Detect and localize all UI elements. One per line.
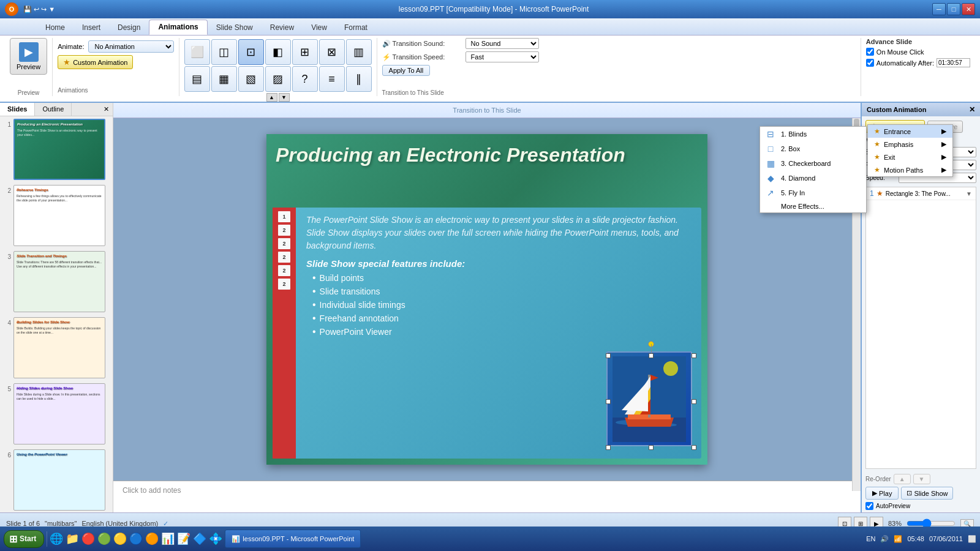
anim-list-item-1[interactable]: 1 ★ Rectangle 3: The Pow... ▼ <box>866 187 976 200</box>
folder-taskbar-icon[interactable]: 📁 <box>66 532 79 545</box>
minimize-button[interactable]: ─ <box>932 3 946 15</box>
trans-btn-11[interactable]: ▨ <box>265 66 291 92</box>
app4-taskbar-icon[interactable]: 🔵 <box>129 532 143 545</box>
tab-format[interactable]: Format <box>336 21 376 35</box>
reorder-down-button[interactable]: ▼ <box>913 474 930 484</box>
emphasis-star-icon: ★ <box>874 140 880 148</box>
trans-btn-7[interactable]: ▥ <box>346 39 372 65</box>
slide-thumb-1[interactable]: 1 Producing an Electronic Presentation T… <box>2 119 110 180</box>
ctx-item-diamond[interactable]: ◆ 4. Diamond <box>760 171 866 186</box>
sub-emphasis[interactable]: ★ Emphasis ▶ <box>868 138 952 151</box>
close-button[interactable]: ✕ <box>962 3 975 15</box>
custom-animation-button[interactable]: ★ Custom Animation <box>58 55 133 69</box>
reorder-up-button[interactable]: ▲ <box>894 474 911 484</box>
advance-slide-section: Advance Slide On Mouse Click Automatical… <box>861 38 975 96</box>
ctx-flyin-icon: ↗ <box>765 188 776 198</box>
trans-btn-10[interactable]: ▧ <box>238 66 264 92</box>
trans-btn-1[interactable]: ⬜ <box>184 39 210 65</box>
panel-close-icon[interactable]: ✕ <box>969 105 975 114</box>
start-button[interactable]: ⊞ Start <box>4 530 44 548</box>
animate-select[interactable]: No Animation <box>88 40 174 53</box>
app5-taskbar-icon[interactable]: 🟠 <box>145 532 159 545</box>
slide-content-area: 1 2 2 2 2 2 The PowerPoint Slide Show is… <box>273 208 701 459</box>
notes-area[interactable]: Click to add notes <box>113 481 861 512</box>
tab-outline[interactable]: Outline <box>35 103 72 116</box>
preview-button[interactable]: ▶ Preview <box>10 38 47 75</box>
trans-up-icon[interactable]: ▲ <box>266 93 277 102</box>
apply-to-all-button[interactable]: Apply To All <box>382 65 431 76</box>
powerpoint-taskbar-item[interactable]: 📊 lesson09.PPT - Microsoft PowerPoint <box>225 530 361 548</box>
trans-btn-4[interactable]: ◧ <box>265 39 291 65</box>
app7-taskbar-icon[interactable]: 📝 <box>177 532 190 545</box>
tab-animations[interactable]: Animations <box>149 20 207 35</box>
tab-view[interactable]: View <box>303 21 336 35</box>
ctx-item-box[interactable]: □ 2. Box <box>760 141 866 156</box>
sub-motion-paths[interactable]: ★ Motion Paths ▶ <box>868 163 952 176</box>
trans-btn-13[interactable]: ≡ <box>319 66 345 92</box>
maximize-button[interactable]: □ <box>947 3 960 15</box>
bullet-4: Freehand annotation <box>312 313 695 324</box>
slide-thumb-3[interactable]: 3 Slide Transition and Timings Slide Tra… <box>2 251 110 312</box>
slide-thumb-6[interactable]: 6 Using the PowerPoint Viewer <box>2 449 110 511</box>
on-mouse-click-checkbox[interactable] <box>866 48 874 56</box>
context-menu: ⊟ 1. Blinds □ 2. Box ▦ 3. Checkerboard ◆… <box>760 126 867 213</box>
auto-after-checkbox[interactable] <box>866 59 874 67</box>
slide-canvas-wrapper: Producing an Electronic Presentation 1 2… <box>113 118 861 481</box>
tab-slides[interactable]: Slides <box>0 103 35 116</box>
slide-canvas[interactable]: Producing an Electronic Presentation 1 2… <box>266 134 707 465</box>
trans-btn-6[interactable]: ⊠ <box>319 39 345 65</box>
ctx-more-label: More Effects... <box>781 203 861 210</box>
trans-btn-2[interactable]: ◫ <box>211 39 237 65</box>
show-desktop-icon[interactable]: ⬜ <box>968 535 976 543</box>
tab-review[interactable]: Review <box>262 21 303 35</box>
autopreview-checkbox[interactable] <box>865 502 873 510</box>
tab-insert[interactable]: Insert <box>74 21 109 35</box>
ctx-item-blinds[interactable]: ⊟ 1. Blinds <box>760 127 866 141</box>
app6-taskbar-icon[interactable]: 📊 <box>161 532 175 545</box>
play-button[interactable]: ▶ Play <box>865 487 899 500</box>
slide-4-mini-title: Building Slides for Slide Show <box>14 318 105 325</box>
transition-speed-select[interactable]: Fast Medium Slow <box>466 51 539 62</box>
trans-btn-5[interactable]: ⊞ <box>292 39 318 65</box>
app3-taskbar-icon[interactable]: 🟡 <box>113 532 127 545</box>
tab-slideshow[interactable]: Slide Show <box>208 21 262 35</box>
trans-btn-3[interactable]: ⊡ <box>238 39 264 65</box>
play-icon: ▶ <box>872 489 877 497</box>
slide-thumb-2[interactable]: 2 Rehearse Timings Rehearsing a few thin… <box>2 185 110 246</box>
handle-tr <box>692 353 696 358</box>
anim-expand-icon[interactable]: ▼ <box>966 190 972 197</box>
app1-taskbar-icon[interactable]: 🔴 <box>81 532 95 545</box>
sub-exit[interactable]: ★ Exit ▶ <box>868 151 952 163</box>
window-title: lesson09.PPT [Compatibility Mode] - Micr… <box>55 5 932 13</box>
rotate-handle[interactable] <box>648 341 654 347</box>
trans-btn-12[interactable]: ? <box>292 66 318 92</box>
ctx-item-more[interactable]: More Effects... <box>760 200 866 212</box>
trans-btn-8[interactable]: ▤ <box>184 66 210 92</box>
ctx-item-flyin[interactable]: ↗ 5. Fly In <box>760 186 866 200</box>
auto-after-input[interactable] <box>937 58 970 67</box>
trans-btn-9[interactable]: ▦ <box>211 66 237 92</box>
panel-footer: Re-Order ▲ ▼ ▶ Play ⊡ Slide Show AutoPre… <box>862 471 980 512</box>
tab-home[interactable]: Home <box>37 21 74 35</box>
speaker-icon[interactable]: 🔊 <box>880 535 889 543</box>
slide-thumb-4[interactable]: 4 Building Slides for Slide Show Slide B… <box>2 317 110 378</box>
tab-design[interactable]: Design <box>109 21 149 35</box>
transition-sound-select[interactable]: No Sound <box>466 38 539 49</box>
ctx-item-checkerboard[interactable]: ▦ 3. Checkerboard <box>760 156 866 171</box>
trans-down-icon[interactable]: ▼ <box>279 93 290 102</box>
slide-num-5: 5 <box>2 386 11 392</box>
sailboat-image[interactable] <box>606 351 692 446</box>
reorder-row: Re-Order ▲ ▼ <box>865 474 976 484</box>
app8-taskbar-icon[interactable]: 🔷 <box>193 532 206 545</box>
network-icon[interactable]: 📶 <box>894 535 902 543</box>
sub-entrance[interactable]: ★ Entrance ▶ <box>868 125 952 138</box>
ie-taskbar-icon[interactable]: 🌐 <box>50 532 63 545</box>
slides-panel-close[interactable]: ✕ <box>100 103 113 116</box>
slide-thumb-5[interactable]: 5 Hiding Slides during Slide Show Hide S… <box>2 383 110 444</box>
slideshow-button[interactable]: ⊡ Slide Show <box>901 487 953 500</box>
trans-btn-14[interactable]: ∥ <box>346 66 372 92</box>
title-bar: O 💾 ↩ ↪ ▼ lesson09.PPT [Compatibility Mo… <box>0 0 980 18</box>
app9-taskbar-icon[interactable]: 💠 <box>209 532 222 545</box>
ctx-diamond-icon: ◆ <box>765 173 776 183</box>
app2-taskbar-icon[interactable]: 🟢 <box>97 532 111 545</box>
